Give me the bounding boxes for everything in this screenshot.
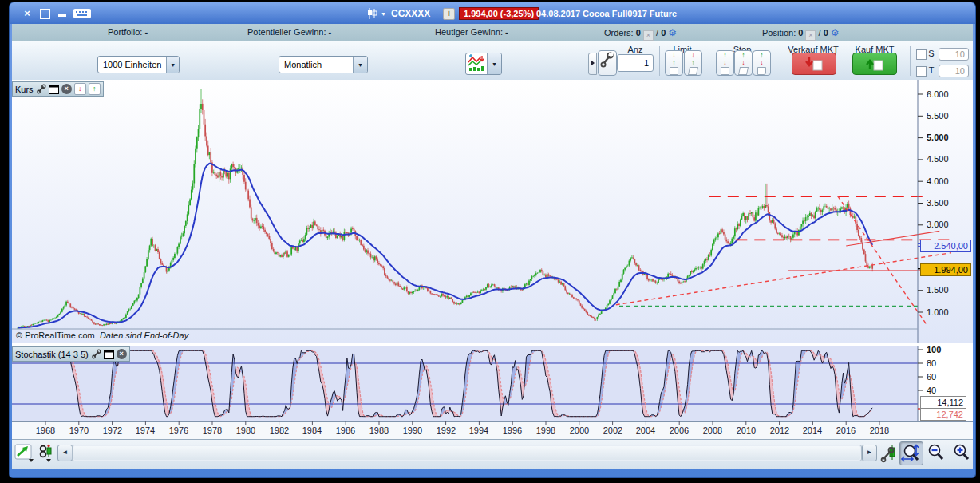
red-down-arrow-icon: ↓: [760, 59, 764, 66]
stochastic-panel-title: Stochastik (14 3 5): [15, 350, 89, 359]
stop-checkbox[interactable]: [916, 49, 927, 60]
units-select[interactable]: 1000 Einheiten ▼: [97, 56, 180, 73]
close-window-icon[interactable]: ×: [20, 7, 34, 20]
year-tick-label: 2000: [566, 426, 593, 435]
price-tick-label: 1.500: [927, 285, 949, 295]
chevron-down-icon[interactable]: ▼: [381, 11, 386, 17]
year-tick-label: 1994: [465, 426, 492, 435]
price-change-badge: 1.994,00 (-3,25%): [459, 7, 539, 20]
year-tick-label: 1974: [132, 426, 159, 435]
restore-window-icon[interactable]: [38, 7, 52, 20]
sell-market-button[interactable]: [792, 53, 836, 75]
position-count: 0: [798, 28, 803, 38]
limit-sell-buy-order-button[interactable]: ↓↑: [665, 50, 683, 76]
year-tick-label: 1972: [99, 426, 126, 435]
price-tick-label: 4.500: [927, 154, 949, 164]
price-window-icon[interactable]: [49, 84, 59, 94]
portfolio-value: -: [144, 27, 148, 37]
wrench-icon: [599, 51, 614, 72]
price-chart-svg[interactable]: [12, 80, 973, 343]
stochastic-settings-wrench-icon[interactable]: [91, 349, 101, 359]
order-settings-button[interactable]: [598, 50, 617, 76]
cancel-orders-icon[interactable]: ×: [643, 30, 654, 41]
price-tick-label: 6.000: [927, 89, 949, 99]
eod-note: Daten sind End-of-Day: [100, 331, 188, 340]
red-down-arrow-icon: ↓: [741, 59, 745, 66]
anz-input[interactable]: [617, 54, 654, 72]
stoch-tick-label: 40: [927, 386, 936, 395]
order-panel-collapse-button[interactable]: [588, 53, 597, 75]
year-tick-label: 2012: [766, 426, 793, 435]
year-tick-label: 1982: [266, 426, 293, 435]
order-page-icon: [757, 67, 766, 75]
time-scrollbar[interactable]: [72, 445, 862, 461]
year-tick-label: 2006: [666, 426, 693, 435]
year-tick-label: 2014: [799, 426, 826, 435]
year-tick-label: 1996: [499, 426, 526, 435]
zoom-selection-button[interactable]: [899, 441, 923, 465]
today-gain-label: Heutiger Gewinn: -: [435, 27, 508, 37]
year-tick-label: 1998: [532, 426, 559, 435]
price-tick-label: 1.000: [927, 307, 949, 317]
stoch-k-value-badge: 14,112: [920, 396, 966, 409]
minimize-window-icon[interactable]: [55, 7, 69, 20]
position-count2: 0: [824, 28, 828, 38]
zoom-in-button[interactable]: [950, 441, 973, 464]
price-move-up-icon[interactable]: ↑: [89, 83, 101, 95]
price-tick-label: 5.500: [927, 111, 949, 121]
year-tick-label: 1980: [232, 426, 259, 435]
price-move-down-icon[interactable]: ↓: [74, 83, 86, 95]
target-checkbox-label: T: [927, 65, 935, 75]
buy-market-button[interactable]: [852, 53, 897, 75]
limit-order-edit-button[interactable]: ↓↑: [684, 50, 702, 76]
year-tick-label: 1992: [433, 426, 460, 435]
target-checkbox[interactable]: [916, 66, 927, 77]
price-tick-label: 5.000: [927, 133, 949, 142]
chart-type-icon: [466, 54, 487, 73]
target-distance-input[interactable]: [939, 65, 969, 77]
stop-distance-input[interactable]: [939, 48, 969, 61]
orders-settings-gear-icon[interactable]: ⚙: [668, 27, 677, 38]
price-tick-label: 3.000: [927, 220, 949, 229]
wrench-candle-icon: [880, 444, 898, 463]
price-settings-wrench-icon[interactable]: [36, 84, 46, 94]
price-plot-background: [12, 80, 973, 343]
year-tick-label: 2010: [733, 426, 760, 435]
chart-type-button[interactable]: ▼: [465, 53, 502, 75]
scroll-right-button[interactable]: ►: [862, 445, 877, 461]
instrument-title: 04.08.2017 Cocoa Full0917 Future: [536, 9, 677, 18]
stochastic-chart-svg[interactable]: [12, 346, 973, 421]
chart-type-arrow-icon[interactable]: ▼: [487, 53, 501, 74]
potential-gain-label: Potentieller Gewinn: -: [247, 27, 331, 37]
screen-root: { "title_bar": { "symbol": "CCXXXX", "in…: [0, 0, 980, 483]
info-badge-icon[interactable]: i: [443, 8, 455, 20]
scrollbar-thumb[interactable]: [73, 446, 860, 460]
stop-order-button-2[interactable]: ↑↓: [734, 50, 753, 76]
units-select-value: 1000 Einheiten: [98, 60, 166, 69]
copyright-note: © ProRealTime.com Daten sind End-of-Day: [16, 331, 188, 340]
stoch-tick-label: 80: [927, 358, 936, 368]
stochastic-close-icon[interactable]: ×: [117, 349, 127, 359]
symbol-title: CCXXXX: [391, 8, 430, 19]
position-settings-gear-icon[interactable]: ⚙: [831, 27, 840, 38]
timeframe-select[interactable]: Monatlich ▼: [279, 56, 368, 73]
timeframe-select-arrow-icon[interactable]: ▼: [353, 57, 367, 73]
order-page-icon: [721, 67, 729, 75]
order-display-tool-button[interactable]: [37, 443, 57, 464]
orders-status: Orders: 0 × / 0 ⚙: [604, 27, 677, 41]
units-select-arrow-icon[interactable]: ▼: [166, 57, 179, 73]
stop-order-button-1[interactable]: ↑↓: [716, 50, 734, 76]
zoom-drag-icon: [901, 443, 922, 464]
chart-options-button[interactable]: [880, 444, 898, 463]
stochastic-window-icon[interactable]: [104, 349, 114, 359]
sell-arrow-icon: [804, 56, 824, 72]
keyboard-icon[interactable]: [73, 9, 91, 22]
position-status: Position: 0 × / 0 ⚙: [762, 27, 840, 41]
zoom-out-button[interactable]: [925, 441, 947, 464]
close-position-icon[interactable]: ×: [805, 30, 816, 41]
stop-order-button-3[interactable]: ↑↓: [753, 50, 771, 76]
year-tick-label: 2018: [866, 426, 893, 435]
price-close-icon[interactable]: ×: [61, 84, 72, 94]
scroll-left-button[interactable]: ◄: [57, 445, 73, 461]
drawing-tool-button[interactable]: [14, 443, 35, 464]
